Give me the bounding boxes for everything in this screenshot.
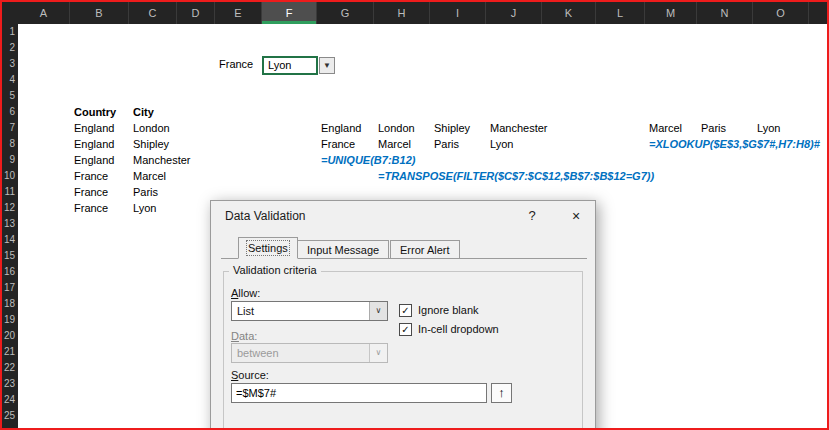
cell-B10[interactable]: France: [74, 168, 108, 184]
cell-C8[interactable]: Shipley: [133, 136, 169, 152]
cell-G7[interactable]: England: [321, 120, 361, 136]
column-header-D[interactable]: D: [177, 2, 215, 24]
cell-I7[interactable]: Shipley: [434, 120, 470, 136]
formula-transpose[interactable]: =TRANSPOSE(FILTER($C$7:$C$12,$B$7:$B$12=…: [378, 168, 654, 184]
excel-window: ABCDEFGHIJKLMNO 123456789101112131415161…: [0, 0, 829, 430]
row-header-4[interactable]: 4: [2, 72, 18, 88]
cell-B11[interactable]: France: [74, 184, 108, 200]
row-header-15[interactable]: 15: [2, 248, 18, 264]
column-header-O[interactable]: O: [753, 2, 809, 24]
dialog-tab-strip: Settings Input Message Error Alert: [221, 237, 587, 259]
formula-xlookup[interactable]: =XLOOKUP($E$3,$G$7#,H7:H8)#: [649, 136, 820, 152]
row-header-14[interactable]: 14: [2, 232, 18, 248]
row-header-17[interactable]: 17: [2, 280, 18, 296]
cell-B6[interactable]: Country: [74, 104, 116, 120]
row-header-24[interactable]: 24: [2, 392, 18, 408]
row-header-6[interactable]: 6: [2, 104, 18, 120]
row-header-12[interactable]: 12: [2, 200, 18, 216]
row-header-22[interactable]: 22: [2, 360, 18, 376]
allow-value: List: [237, 302, 254, 320]
row-header-5[interactable]: 5: [2, 88, 18, 104]
chevron-down-icon: ∨: [376, 306, 382, 315]
row-header-25[interactable]: 25: [2, 408, 18, 424]
cell-C12[interactable]: Lyon: [133, 200, 156, 216]
help-button[interactable]: ?: [515, 201, 549, 231]
dropdown-arrow-icon: ▼: [323, 61, 331, 70]
tab-label: Settings: [248, 242, 288, 254]
row-header-18[interactable]: 18: [2, 296, 18, 312]
row-header-19[interactable]: 19: [2, 312, 18, 328]
data-label: Data:: [231, 330, 257, 342]
cell-C7[interactable]: London: [133, 120, 170, 136]
cell-N7[interactable]: Paris: [701, 120, 726, 136]
source-label: Source:: [231, 369, 269, 381]
tab-error-alert[interactable]: Error Alert: [390, 240, 460, 259]
dialog-title[interactable]: Data Validation: [225, 201, 306, 231]
row-header-10[interactable]: 10: [2, 168, 18, 184]
source-input[interactable]: [231, 383, 487, 403]
close-icon: ×: [572, 208, 580, 224]
tab-settings[interactable]: Settings: [238, 237, 298, 259]
row-header-7[interactable]: 7: [2, 120, 18, 136]
row-header-3[interactable]: 3: [2, 56, 18, 72]
row-header-13[interactable]: 13: [2, 216, 18, 232]
column-header-K[interactable]: K: [542, 2, 596, 24]
data-dropdown-button: ∨: [369, 344, 387, 362]
row-header-16[interactable]: 16: [2, 264, 18, 280]
data-validation-dialog: Data Validation ? × Settings Input Messa…: [210, 200, 596, 430]
check-icon: ✓: [401, 305, 409, 316]
cell-B7[interactable]: England: [74, 120, 114, 136]
column-header-J[interactable]: J: [486, 2, 542, 24]
column-header-N[interactable]: N: [697, 2, 753, 24]
column-header-L[interactable]: L: [596, 2, 645, 24]
row-header-21[interactable]: 21: [2, 344, 18, 360]
formula-unique[interactable]: =UNIQUE(B7:B12): [321, 152, 415, 168]
column-header-G[interactable]: G: [317, 2, 374, 24]
help-icon: ?: [528, 208, 535, 223]
column-header-C[interactable]: C: [129, 2, 177, 24]
row-header-column: 1234567891011121314151617181920212223242…: [2, 24, 18, 428]
cell-I8[interactable]: Paris: [434, 136, 459, 152]
column-header-I[interactable]: I: [430, 2, 486, 24]
row-header-2[interactable]: 2: [2, 40, 18, 56]
in-cell-dropdown-button[interactable]: ▼: [319, 57, 335, 74]
cell-B8[interactable]: England: [74, 136, 114, 152]
column-header-E[interactable]: E: [215, 2, 262, 24]
close-button[interactable]: ×: [559, 201, 593, 231]
checkbox-box: ✓: [399, 323, 412, 336]
cell-B12[interactable]: France: [74, 200, 108, 216]
cell-J7[interactable]: Manchester: [490, 120, 547, 136]
range-select-button[interactable]: ↑: [491, 383, 512, 403]
data-combobox: between ∨: [231, 343, 388, 363]
tab-label: Input Message: [307, 244, 379, 256]
row-header-1[interactable]: 1: [2, 24, 18, 40]
cell-C6[interactable]: City: [133, 104, 154, 120]
column-header-M[interactable]: M: [645, 2, 697, 24]
column-header-B[interactable]: B: [70, 2, 129, 24]
allow-combobox[interactable]: List ∨: [231, 301, 388, 321]
column-header-A[interactable]: A: [18, 2, 70, 24]
cell-F3-dropdown[interactable]: Lyon: [262, 56, 318, 75]
cell-C11[interactable]: Paris: [133, 184, 158, 200]
cell-E3[interactable]: France: [219, 56, 253, 72]
row-header-8[interactable]: 8: [2, 136, 18, 152]
cell-O7[interactable]: Lyon: [757, 120, 780, 136]
cell-H8[interactable]: Marcel: [378, 136, 411, 152]
cell-M7[interactable]: Marcel: [649, 120, 682, 136]
row-header-9[interactable]: 9: [2, 152, 18, 168]
cell-H7[interactable]: London: [378, 120, 415, 136]
cell-C9[interactable]: Manchester: [133, 152, 190, 168]
row-header-11[interactable]: 11: [2, 184, 18, 200]
cell-G8[interactable]: France: [321, 136, 355, 152]
chevron-down-icon: ∨: [376, 348, 382, 357]
allow-dropdown-button[interactable]: ∨: [369, 302, 387, 320]
cell-J8[interactable]: Lyon: [490, 136, 513, 152]
row-header-20[interactable]: 20: [2, 328, 18, 344]
column-header-H[interactable]: H: [374, 2, 430, 24]
row-header-23[interactable]: 23: [2, 376, 18, 392]
column-header-F[interactable]: F: [262, 2, 317, 24]
tab-label: Error Alert: [400, 244, 450, 256]
tab-input-message[interactable]: Input Message: [297, 240, 389, 259]
cell-C10[interactable]: Marcel: [133, 168, 166, 184]
cell-B9[interactable]: England: [74, 152, 114, 168]
